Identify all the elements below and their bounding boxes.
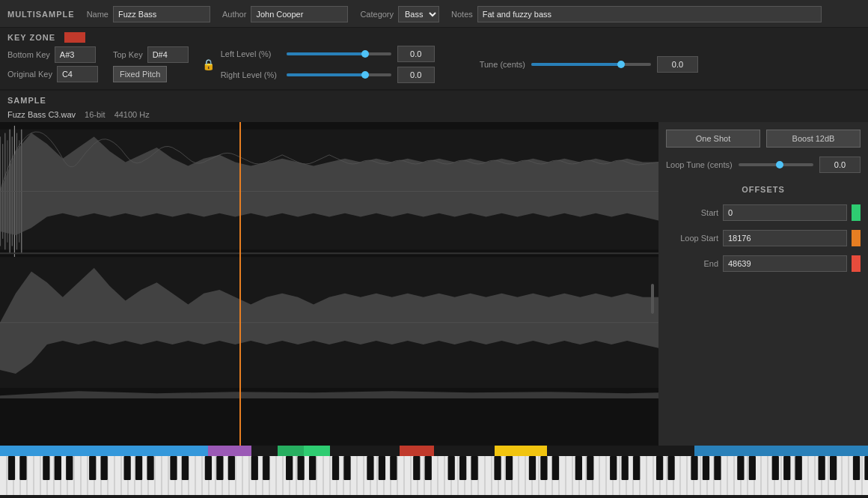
category-select[interactable]: Bass Lead Pad FX [398, 6, 439, 22]
level-section: Left Level (%) Right Level (%) [221, 46, 435, 83]
top-bar: MULTISAMPLE Name Author Category Bass Le… [0, 0, 868, 28]
svg-rect-155 [89, 456, 96, 480]
tune-input[interactable] [657, 56, 698, 73]
svg-rect-198 [783, 456, 790, 480]
original-key-row: Original Key [7, 66, 98, 82]
svg-rect-191 [667, 456, 674, 480]
fixed-pitch-button[interactable]: Fixed Pitch [113, 66, 167, 82]
svg-rect-181 [506, 456, 513, 480]
left-level-slider[interactable] [287, 52, 391, 55]
start-label: Start [666, 208, 718, 217]
svg-rect-182 [529, 456, 536, 480]
sample-header: SAMPLE [0, 91, 868, 109]
svg-rect-188 [622, 456, 629, 480]
svg-rect-185 [575, 456, 582, 480]
main-content: MULTISAMPLE Name Author Category Bass Le… [0, 0, 868, 498]
button-row: One Shot Boost 12dB [666, 130, 861, 148]
loop-start-offset-row: Loop Start [666, 230, 861, 246]
offsets-title: OFFSETS [666, 185, 861, 194]
svg-rect-151 [19, 456, 26, 480]
bottom-key-input[interactable] [55, 46, 96, 63]
bottom-key-label: Bottom Key [7, 50, 50, 59]
sample-title: SAMPLE [7, 96, 46, 105]
loop-tune-thumb [776, 161, 783, 168]
svg-rect-178 [459, 456, 466, 480]
notes-input[interactable] [477, 6, 822, 22]
svg-rect-169 [309, 456, 316, 480]
right-level-row: Right Level (%) [221, 67, 435, 83]
svg-rect-164 [228, 456, 235, 480]
name-input[interactable] [113, 6, 210, 22]
sample-info: Fuzz Bass C3.wav 16-bit 44100 Hz [0, 109, 868, 122]
svg-rect-154 [66, 456, 73, 480]
svg-rect-153 [55, 456, 61, 480]
notes-field-group: Notes [451, 6, 822, 22]
waveform-container[interactable] [0, 122, 658, 446]
end-offset-row: End [666, 255, 861, 272]
sample-body: One Shot Boost 12dB Loop Tune (cents) OF… [0, 122, 868, 446]
svg-rect-170 [332, 456, 339, 480]
svg-rect-173 [379, 456, 385, 480]
svg-rect-166 [263, 456, 269, 480]
loop-tune-slider[interactable] [739, 163, 813, 166]
svg-rect-167 [286, 456, 293, 480]
left-level-row: Left Level (%) [221, 46, 435, 62]
app-title: MULTISAMPLE [7, 10, 75, 19]
svg-rect-200 [818, 456, 825, 480]
svg-rect-174 [390, 456, 397, 480]
left-level-input[interactable] [397, 46, 435, 62]
svg-rect-203 [864, 456, 868, 480]
left-level-label: Left Level (%) [221, 49, 281, 58]
key-zone-title: KEY ZONE [7, 33, 55, 42]
waveform-svg [0, 122, 658, 399]
original-key-label: Original Key [7, 70, 52, 79]
svg-rect-176 [425, 456, 432, 480]
svg-rect-202 [853, 456, 860, 480]
svg-rect-177 [448, 456, 455, 480]
svg-rect-158 [135, 456, 142, 480]
piano-color-purple [208, 446, 251, 456]
svg-rect-196 [749, 456, 756, 480]
loop-tune-input[interactable] [819, 157, 861, 173]
loop-start-input[interactable] [723, 230, 847, 246]
kz-top-key-fields: Top Key Fixed Pitch [113, 46, 189, 82]
piano-svg [0, 456, 868, 495]
svg-rect-175 [413, 456, 420, 480]
tune-slider[interactable] [531, 63, 651, 66]
piano-section [0, 446, 868, 498]
svg-rect-183 [540, 456, 547, 480]
svg-rect-156 [101, 456, 108, 480]
playhead-line [239, 122, 241, 446]
svg-rect-159 [147, 456, 153, 480]
right-level-input[interactable] [397, 67, 435, 83]
piano-color-yellow [495, 446, 547, 456]
loop-start-color-box [852, 230, 861, 246]
svg-rect-160 [170, 456, 177, 480]
scroll-hint [651, 284, 654, 314]
category-label: Category [360, 10, 394, 19]
one-shot-button[interactable]: One Shot [666, 130, 760, 148]
svg-rect-150 [8, 456, 15, 480]
svg-rect-190 [656, 456, 663, 480]
key-zone-header: KEY ZONE [0, 28, 868, 43]
svg-rect-194 [714, 456, 721, 480]
author-input[interactable] [251, 6, 348, 22]
svg-rect-171 [343, 456, 350, 480]
svg-rect-186 [587, 456, 593, 480]
right-level-slider[interactable] [287, 73, 391, 76]
piano-color-blue2 [694, 446, 868, 456]
svg-rect-187 [610, 456, 617, 480]
top-key-row: Top Key [113, 46, 189, 63]
end-input[interactable] [723, 255, 847, 272]
original-key-input[interactable] [57, 66, 98, 82]
piano-color-red [400, 446, 434, 456]
svg-rect-179 [471, 456, 477, 480]
top-key-input[interactable] [147, 46, 189, 63]
start-input[interactable] [723, 204, 847, 221]
piano-keys[interactable] [0, 456, 868, 498]
boost-button[interactable]: Boost 12dB [766, 130, 861, 148]
sample-bitdepth: 16-bit [85, 110, 106, 119]
svg-rect-184 [552, 456, 559, 480]
top-key-label: Top Key [113, 50, 143, 59]
author-field-group: Author [222, 6, 348, 22]
